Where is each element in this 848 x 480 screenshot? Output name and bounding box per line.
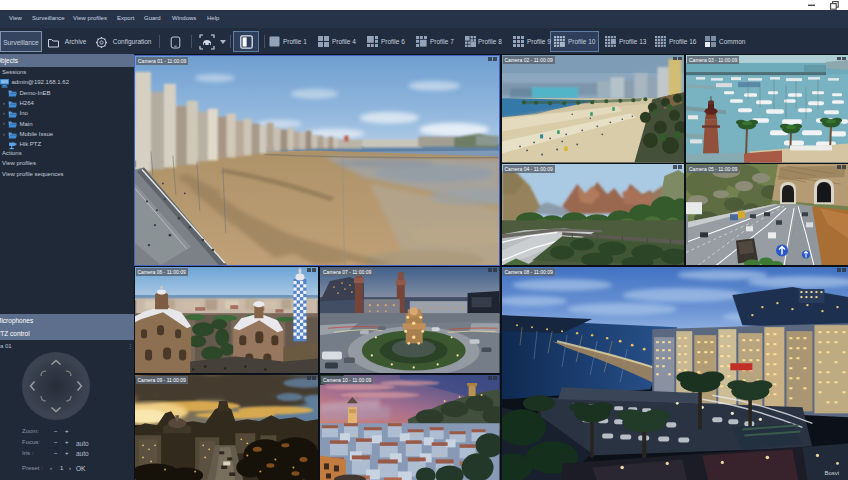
svg-text:Bosvi: Bosvi	[824, 470, 839, 476]
